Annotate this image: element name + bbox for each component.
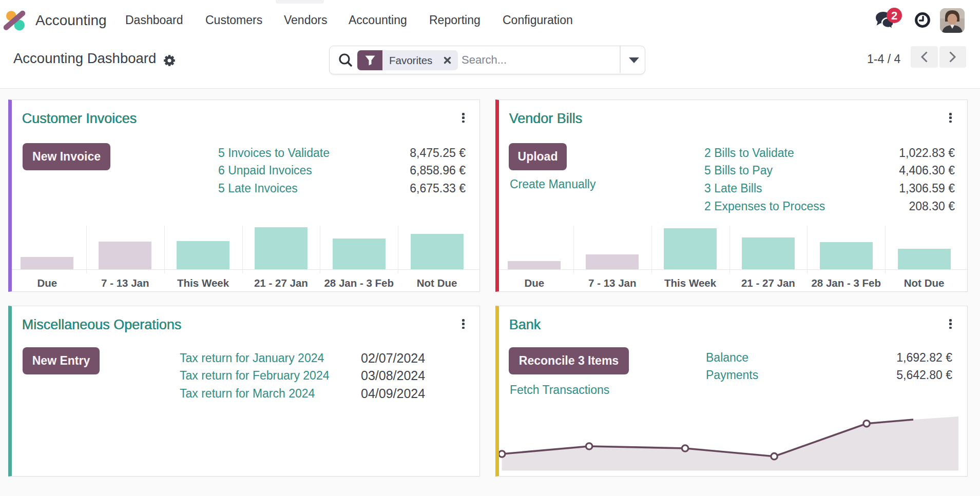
svg-text:2: 2 <box>891 9 897 22</box>
